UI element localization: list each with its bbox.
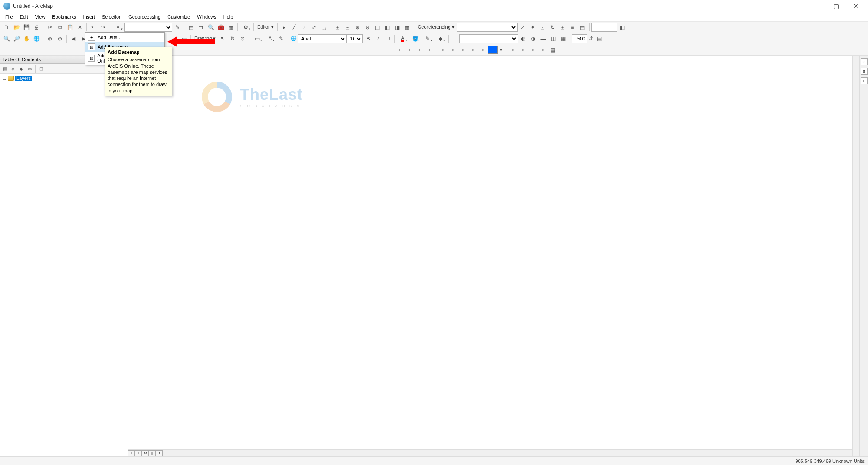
tool-c[interactable]: ▬ <box>538 34 548 43</box>
map-canvas[interactable]: TheLast S U R V I V O R S ▫ ▫ ↻ || ‹ <box>128 56 859 456</box>
extra-14[interactable]: ▤ <box>548 45 557 55</box>
arc-toolbox-button[interactable]: 🧰 <box>216 23 226 32</box>
menu-edit[interactable]: Edit <box>16 13 32 20</box>
color-dropdown[interactable]: ▾ <box>498 45 504 55</box>
toc-list-by-drawing-order[interactable]: ▤ <box>1 65 9 73</box>
line-color-button[interactable]: ✎ <box>422 34 434 43</box>
menu-customize[interactable]: Customize <box>164 13 193 20</box>
edit-vertices-button[interactable]: ✎ <box>276 34 286 43</box>
print-button[interactable]: 🖨 <box>32 23 41 32</box>
extra-2[interactable]: ▫ <box>405 45 414 55</box>
tool-e[interactable]: ▦ <box>558 34 568 43</box>
vertical-scrollbar[interactable] <box>852 56 859 456</box>
new-button[interactable]: 🗋 <box>2 23 11 32</box>
rectangle-button[interactable]: ▭ <box>251 34 263 43</box>
add-data-button[interactable]: ✦ <box>112 23 124 32</box>
zoom-out-button[interactable]: 🔎 <box>12 34 21 43</box>
python-button[interactable]: ▦ <box>226 23 236 32</box>
zoom-control-button[interactable]: ⊙ <box>238 34 247 43</box>
maximize-button[interactable]: ▢ <box>830 2 842 10</box>
edit-tool-1[interactable]: ╱ <box>289 23 299 32</box>
extra-10[interactable]: ▫ <box>508 45 518 55</box>
extra-1[interactable]: ▫ <box>395 45 404 55</box>
fixed-zoom-out-button[interactable]: ⊖ <box>55 34 65 43</box>
data-view-tab[interactable]: ▫ <box>128 450 135 456</box>
fixed-zoom-in-button[interactable]: ⊕ <box>45 34 55 43</box>
extra-12[interactable]: ▫ <box>528 45 537 55</box>
font-select[interactable]: Arial <box>298 34 347 43</box>
open-button[interactable]: 📂 <box>12 23 21 32</box>
font-size-select[interactable]: 10 <box>347 34 363 43</box>
catalog-button[interactable]: 🗀 <box>196 23 206 32</box>
menu-view[interactable]: View <box>32 13 49 20</box>
menu-geoprocessing[interactable]: Geoprocessing <box>125 13 164 20</box>
cut-button[interactable]: ✂ <box>45 23 55 32</box>
extra-3[interactable]: ▫ <box>415 45 424 55</box>
pan-button[interactable]: ✋ <box>22 34 31 43</box>
georef-tool-3[interactable]: ⊡ <box>538 23 547 32</box>
tree-expand-icon[interactable]: ▢ <box>3 76 7 80</box>
marker-color-button[interactable]: ◆ <box>434 34 446 43</box>
editor-dropdown[interactable]: Editor ▾ <box>255 24 275 30</box>
refresh-button[interactable]: ↻ <box>142 450 149 456</box>
select-elements-button[interactable]: ↖ <box>218 34 227 43</box>
delete-button[interactable]: ✕ <box>75 23 85 32</box>
tool-f[interactable]: ▤ <box>594 34 604 43</box>
menu-insert[interactable]: Insert <box>79 13 98 20</box>
scroll-left-button[interactable]: ‹ <box>156 450 163 456</box>
text-button[interactable]: A <box>264 34 276 43</box>
menu-help[interactable]: Help <box>220 13 237 20</box>
edit-tool-10[interactable]: ◧ <box>383 23 392 32</box>
tool-b[interactable]: ◑ <box>528 34 538 43</box>
copy-button[interactable]: ⧉ <box>55 23 65 32</box>
horizontal-scrollbar[interactable]: ▫ ▫ ↻ || ‹ <box>128 449 852 456</box>
rotate-button[interactable]: ↻ <box>228 34 237 43</box>
georef-tool-2[interactable]: ✦ <box>528 23 537 32</box>
edit-tool-4[interactable]: ⬚ <box>319 23 329 32</box>
table-of-contents-button[interactable]: ▤ <box>186 23 196 32</box>
georef-input[interactable] <box>591 23 617 32</box>
color-swatch-blue[interactable] <box>488 46 498 54</box>
edit-tool-12[interactable]: ▦ <box>403 23 412 32</box>
georeferencing-dropdown[interactable]: Georeferencing ▾ <box>416 24 456 30</box>
edit-tool-11[interactable]: ◨ <box>393 23 402 32</box>
zoom-in-button[interactable]: 🔍 <box>2 34 11 43</box>
tool-a[interactable]: ◐ <box>518 34 528 43</box>
dropdown-add-data[interactable]: ✦ Add Data... <box>85 33 164 42</box>
stepper-buttons[interactable]: ⇵ <box>588 34 594 43</box>
edit-pointer-button[interactable]: ▸ <box>279 23 289 32</box>
edit-tool-8[interactable]: ⊖ <box>363 23 372 32</box>
edit-tool-5[interactable]: ⊞ <box>333 23 342 32</box>
menu-windows[interactable]: Windows <box>193 13 220 20</box>
menu-selection[interactable]: Selection <box>98 13 125 20</box>
bold-button[interactable]: B <box>363 34 373 43</box>
edit-tool-9[interactable]: ◫ <box>373 23 382 32</box>
search-button[interactable]: 🔍 <box>206 23 216 32</box>
edit-tool-button[interactable]: ✎ <box>173 23 182 32</box>
georef-tool-4[interactable]: ↻ <box>548 23 557 32</box>
extra-7[interactable]: ▫ <box>458 45 468 55</box>
edit-tool-2[interactable]: ⟋ <box>299 23 309 32</box>
search-tab[interactable]: S <box>861 68 868 75</box>
layout-view-tab[interactable]: ▫ <box>135 450 142 456</box>
stepper-input[interactable] <box>572 34 587 43</box>
tool-d[interactable]: ◫ <box>548 34 558 43</box>
extra-13[interactable]: ▫ <box>538 45 547 55</box>
extra-11[interactable]: ▫ <box>518 45 527 55</box>
toc-options[interactable]: ⊡ <box>37 65 45 73</box>
italic-button[interactable]: I <box>373 34 383 43</box>
extra-8[interactable]: ▫ <box>468 45 478 55</box>
catalog-tab[interactable]: C <box>861 58 868 65</box>
extra-5[interactable]: ▫ <box>438 45 448 55</box>
georef-tool-6[interactable]: ≡ <box>568 23 577 32</box>
toc-list-by-visibility[interactable]: ◆ <box>17 65 25 73</box>
create-features-tab[interactable]: F <box>861 77 868 84</box>
toc-list-by-source[interactable]: ◈ <box>9 65 17 73</box>
edit-tool-6[interactable]: ⊟ <box>343 23 352 32</box>
full-extent-button[interactable]: 🌐 <box>32 34 41 43</box>
extra-9[interactable]: ▫ <box>478 45 488 55</box>
underline-button[interactable]: U <box>383 34 393 43</box>
scale-select[interactable] <box>124 23 172 32</box>
undo-button[interactable]: ↶ <box>88 23 98 32</box>
georef-tool-1[interactable]: ↗ <box>518 23 527 32</box>
